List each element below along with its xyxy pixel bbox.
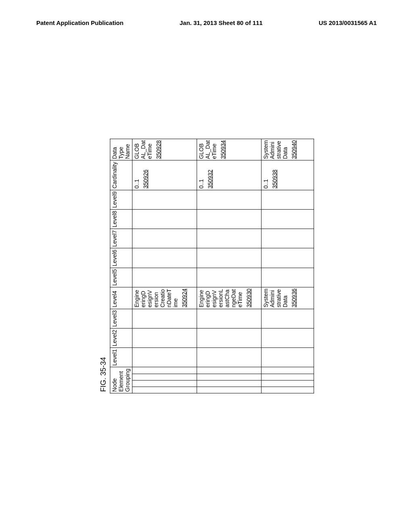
cell-data-type-name: SystemAdministrativeData 350940 — [261, 139, 314, 160]
level4-ref: 350924 — [181, 289, 188, 308]
col-level5: Level5 — [110, 268, 132, 287]
figure-label: FIG. 35-34 — [99, 139, 108, 392]
cell-data-type-name: GLOBAL_DateTime 350928 — [132, 139, 197, 160]
dtn-text: GLOBAL_DateTime — [198, 140, 217, 159]
data-table: Node Element Grouping Level1 Level2 Leve… — [110, 139, 314, 393]
cell-cardinality: 0..1 350932 — [197, 160, 261, 190]
cardinality-ref: 350932 — [207, 162, 213, 189]
dtn-text: GLOBAL_DateTime — [133, 140, 153, 159]
dtn-ref: 350940 — [291, 140, 297, 159]
col-level3: Level3 — [110, 309, 132, 328]
col-level9: Level9 — [110, 190, 132, 209]
col-cardinality: Cardinality — [110, 160, 132, 190]
cell-level4: EngineeringDesignVersionLastChangeDateTi… — [197, 287, 261, 309]
header-left: Patent Application Publication — [36, 19, 123, 26]
level4-ref: 350936 — [291, 289, 297, 308]
cell-level4: SystemAdministrativeData 350936 — [261, 287, 314, 309]
header-row: Node Element Grouping Level1 Level2 Leve… — [110, 139, 132, 393]
cardinality-text: 0..1 — [133, 179, 140, 188]
col-level7: Level7 — [110, 229, 132, 248]
cell-cardinality: 0..1 350938 — [261, 160, 314, 190]
col-level1: Level1 — [110, 348, 132, 367]
col-level6: Level6 — [110, 248, 132, 268]
cell-cardinality: 0..1 350926 — [132, 160, 197, 190]
level4-text: SystemAdministrativeData — [263, 289, 288, 308]
table-row: EngineeringDesignVersionCreationDateTime… — [132, 139, 197, 393]
col-node-element-grouping: Node Element Grouping — [110, 367, 132, 393]
cell-data-type-name: GLOBAL_DateTime 350934 — [197, 139, 261, 160]
col-data-type-name: Data Type Name — [110, 139, 132, 160]
cell-level4: EngineeringDesignVersionCreationDateTime… — [132, 287, 197, 309]
cardinality-text: 0..1 — [263, 179, 269, 188]
col-level8: Level8 — [110, 209, 132, 229]
cardinality-text: 0..1 — [198, 179, 204, 188]
header-right: US 2013/0031565 A1 — [319, 19, 377, 26]
dtn-ref: 350928 — [155, 140, 162, 159]
dtn-text: SystemAdministrativeData — [263, 140, 288, 159]
level4-text: EngineeringDesignVersionCreationDateTime — [133, 289, 179, 308]
header-center: Jan. 31, 2013 Sheet 80 of 111 — [179, 19, 263, 26]
col-level2: Level2 — [110, 328, 132, 348]
page-header: Patent Application Publication Jan. 31, … — [0, 19, 413, 26]
cardinality-ref: 350938 — [271, 162, 278, 189]
cardinality-ref: 350926 — [142, 162, 149, 189]
table-row: EngineeringDesignVersionLastChangeDateTi… — [197, 139, 261, 393]
figure-container: FIG. 35-34 Node Element Grouping Level1 … — [99, 139, 314, 393]
table-row: SystemAdministrativeData 350936 0..1 350… — [261, 139, 314, 393]
level4-text: EngineeringDesignVersionLastChangeDateTi… — [198, 289, 243, 308]
col-level4: Level4 — [110, 287, 132, 309]
level4-ref: 350930 — [246, 289, 252, 308]
dtn-ref: 350934 — [220, 140, 226, 159]
